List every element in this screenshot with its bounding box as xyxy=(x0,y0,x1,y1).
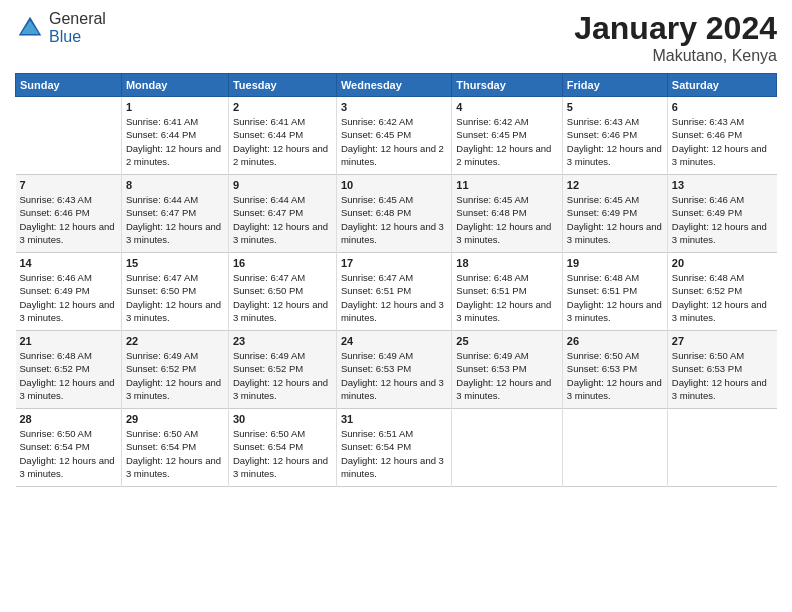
title-block: January 2024 Makutano, Kenya xyxy=(574,10,777,65)
day-info: Sunrise: 6:41 AMSunset: 6:44 PMDaylight:… xyxy=(233,116,328,167)
day-cell: 16Sunrise: 6:47 AMSunset: 6:50 PMDayligh… xyxy=(228,253,336,331)
day-number: 5 xyxy=(567,101,663,113)
day-info: Sunrise: 6:43 AMSunset: 6:46 PMDaylight:… xyxy=(20,194,115,245)
day-cell xyxy=(562,409,667,487)
day-number: 15 xyxy=(126,257,224,269)
day-cell: 25Sunrise: 6:49 AMSunset: 6:53 PMDayligh… xyxy=(452,331,562,409)
day-number: 10 xyxy=(341,179,447,191)
day-cell: 31Sunrise: 6:51 AMSunset: 6:54 PMDayligh… xyxy=(336,409,451,487)
week-row-4: 21Sunrise: 6:48 AMSunset: 6:52 PMDayligh… xyxy=(16,331,777,409)
day-number: 19 xyxy=(567,257,663,269)
day-number: 1 xyxy=(126,101,224,113)
day-info: Sunrise: 6:45 AMSunset: 6:49 PMDaylight:… xyxy=(567,194,662,245)
day-number: 21 xyxy=(20,335,117,347)
day-info: Sunrise: 6:50 AMSunset: 6:53 PMDaylight:… xyxy=(672,350,767,401)
day-number: 11 xyxy=(456,179,557,191)
day-number: 3 xyxy=(341,101,447,113)
day-number: 18 xyxy=(456,257,557,269)
day-info: Sunrise: 6:47 AMSunset: 6:51 PMDaylight:… xyxy=(341,272,444,323)
day-cell: 21Sunrise: 6:48 AMSunset: 6:52 PMDayligh… xyxy=(16,331,122,409)
day-info: Sunrise: 6:46 AMSunset: 6:49 PMDaylight:… xyxy=(672,194,767,245)
day-cell: 24Sunrise: 6:49 AMSunset: 6:53 PMDayligh… xyxy=(336,331,451,409)
day-info: Sunrise: 6:44 AMSunset: 6:47 PMDaylight:… xyxy=(126,194,221,245)
day-info: Sunrise: 6:44 AMSunset: 6:47 PMDaylight:… xyxy=(233,194,328,245)
day-cell: 20Sunrise: 6:48 AMSunset: 6:52 PMDayligh… xyxy=(667,253,776,331)
day-cell: 4Sunrise: 6:42 AMSunset: 6:45 PMDaylight… xyxy=(452,97,562,175)
day-cell: 29Sunrise: 6:50 AMSunset: 6:54 PMDayligh… xyxy=(121,409,228,487)
day-cell: 17Sunrise: 6:47 AMSunset: 6:51 PMDayligh… xyxy=(336,253,451,331)
day-number: 24 xyxy=(341,335,447,347)
logo-blue-text: Blue xyxy=(49,28,81,45)
day-cell: 23Sunrise: 6:49 AMSunset: 6:52 PMDayligh… xyxy=(228,331,336,409)
day-number: 2 xyxy=(233,101,332,113)
page-title: January 2024 xyxy=(574,10,777,47)
logo-general-text: General xyxy=(49,10,106,27)
day-cell: 14Sunrise: 6:46 AMSunset: 6:49 PMDayligh… xyxy=(16,253,122,331)
header-cell-tuesday: Tuesday xyxy=(228,74,336,97)
day-cell: 6Sunrise: 6:43 AMSunset: 6:46 PMDaylight… xyxy=(667,97,776,175)
day-number: 6 xyxy=(672,101,773,113)
day-number: 8 xyxy=(126,179,224,191)
day-number: 13 xyxy=(672,179,773,191)
day-info: Sunrise: 6:49 AMSunset: 6:53 PMDaylight:… xyxy=(456,350,551,401)
day-info: Sunrise: 6:50 AMSunset: 6:53 PMDaylight:… xyxy=(567,350,662,401)
page: General Blue January 2024 Makutano, Keny… xyxy=(0,0,792,612)
week-row-2: 7Sunrise: 6:43 AMSunset: 6:46 PMDaylight… xyxy=(16,175,777,253)
header-cell-saturday: Saturday xyxy=(667,74,776,97)
day-number: 26 xyxy=(567,335,663,347)
day-info: Sunrise: 6:48 AMSunset: 6:51 PMDaylight:… xyxy=(456,272,551,323)
day-cell: 22Sunrise: 6:49 AMSunset: 6:52 PMDayligh… xyxy=(121,331,228,409)
header-cell-sunday: Sunday xyxy=(16,74,122,97)
day-cell: 28Sunrise: 6:50 AMSunset: 6:54 PMDayligh… xyxy=(16,409,122,487)
day-cell: 1Sunrise: 6:41 AMSunset: 6:44 PMDaylight… xyxy=(121,97,228,175)
calendar-table: SundayMondayTuesdayWednesdayThursdayFrid… xyxy=(15,73,777,487)
logo-icon xyxy=(15,13,45,43)
day-info: Sunrise: 6:50 AMSunset: 6:54 PMDaylight:… xyxy=(233,428,328,479)
day-number: 29 xyxy=(126,413,224,425)
day-number: 23 xyxy=(233,335,332,347)
day-cell: 30Sunrise: 6:50 AMSunset: 6:54 PMDayligh… xyxy=(228,409,336,487)
day-number: 25 xyxy=(456,335,557,347)
day-cell: 8Sunrise: 6:44 AMSunset: 6:47 PMDaylight… xyxy=(121,175,228,253)
day-info: Sunrise: 6:48 AMSunset: 6:52 PMDaylight:… xyxy=(20,350,115,401)
day-cell: 15Sunrise: 6:47 AMSunset: 6:50 PMDayligh… xyxy=(121,253,228,331)
day-cell xyxy=(667,409,776,487)
day-info: Sunrise: 6:50 AMSunset: 6:54 PMDaylight:… xyxy=(126,428,221,479)
day-info: Sunrise: 6:42 AMSunset: 6:45 PMDaylight:… xyxy=(456,116,551,167)
week-row-3: 14Sunrise: 6:46 AMSunset: 6:49 PMDayligh… xyxy=(16,253,777,331)
day-cell: 5Sunrise: 6:43 AMSunset: 6:46 PMDaylight… xyxy=(562,97,667,175)
day-cell xyxy=(452,409,562,487)
week-row-5: 28Sunrise: 6:50 AMSunset: 6:54 PMDayligh… xyxy=(16,409,777,487)
day-info: Sunrise: 6:51 AMSunset: 6:54 PMDaylight:… xyxy=(341,428,444,479)
day-cell: 9Sunrise: 6:44 AMSunset: 6:47 PMDaylight… xyxy=(228,175,336,253)
day-info: Sunrise: 6:43 AMSunset: 6:46 PMDaylight:… xyxy=(672,116,767,167)
day-info: Sunrise: 6:49 AMSunset: 6:53 PMDaylight:… xyxy=(341,350,444,401)
day-info: Sunrise: 6:41 AMSunset: 6:44 PMDaylight:… xyxy=(126,116,221,167)
day-number: 16 xyxy=(233,257,332,269)
day-info: Sunrise: 6:43 AMSunset: 6:46 PMDaylight:… xyxy=(567,116,662,167)
day-info: Sunrise: 6:48 AMSunset: 6:52 PMDaylight:… xyxy=(672,272,767,323)
day-info: Sunrise: 6:47 AMSunset: 6:50 PMDaylight:… xyxy=(233,272,328,323)
day-cell: 26Sunrise: 6:50 AMSunset: 6:53 PMDayligh… xyxy=(562,331,667,409)
day-info: Sunrise: 6:46 AMSunset: 6:49 PMDaylight:… xyxy=(20,272,115,323)
day-info: Sunrise: 6:47 AMSunset: 6:50 PMDaylight:… xyxy=(126,272,221,323)
day-number: 4 xyxy=(456,101,557,113)
day-info: Sunrise: 6:45 AMSunset: 6:48 PMDaylight:… xyxy=(456,194,551,245)
day-number: 31 xyxy=(341,413,447,425)
week-row-1: 1Sunrise: 6:41 AMSunset: 6:44 PMDaylight… xyxy=(16,97,777,175)
day-number: 14 xyxy=(20,257,117,269)
day-info: Sunrise: 6:49 AMSunset: 6:52 PMDaylight:… xyxy=(233,350,328,401)
day-number: 7 xyxy=(20,179,117,191)
day-cell: 19Sunrise: 6:48 AMSunset: 6:51 PMDayligh… xyxy=(562,253,667,331)
day-info: Sunrise: 6:45 AMSunset: 6:48 PMDaylight:… xyxy=(341,194,444,245)
day-info: Sunrise: 6:48 AMSunset: 6:51 PMDaylight:… xyxy=(567,272,662,323)
day-cell: 3Sunrise: 6:42 AMSunset: 6:45 PMDaylight… xyxy=(336,97,451,175)
day-number: 27 xyxy=(672,335,773,347)
day-number: 17 xyxy=(341,257,447,269)
day-number: 22 xyxy=(126,335,224,347)
day-cell: 12Sunrise: 6:45 AMSunset: 6:49 PMDayligh… xyxy=(562,175,667,253)
header: General Blue January 2024 Makutano, Keny… xyxy=(15,10,777,65)
day-cell: 2Sunrise: 6:41 AMSunset: 6:44 PMDaylight… xyxy=(228,97,336,175)
day-number: 12 xyxy=(567,179,663,191)
day-number: 28 xyxy=(20,413,117,425)
